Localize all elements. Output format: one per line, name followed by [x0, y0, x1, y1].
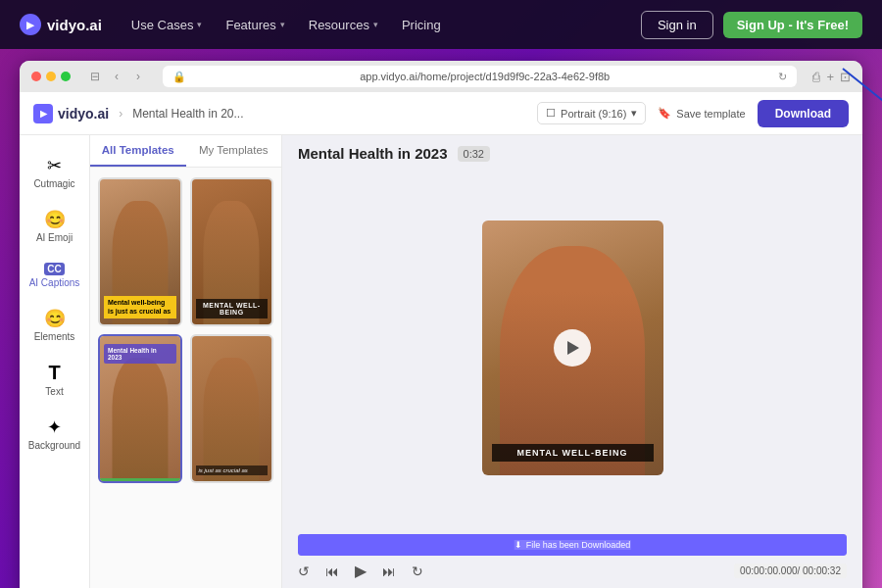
tab-my-templates[interactable]: My Templates: [186, 135, 282, 167]
play-icon: [567, 341, 579, 355]
preview-video-container: MENTAL WELL-BEING: [282, 168, 862, 528]
sidebar-item-ai-emoji[interactable]: 😊 AI Emoji: [25, 201, 84, 251]
download-icon: ⬇: [514, 540, 522, 550]
player-controls-area: ⬇ File has been Downloaded ↺ ⏮ ▶ ⏭ ↻ 00:…: [282, 528, 862, 588]
lock-icon: 🔒: [172, 71, 186, 83]
skip-back-button[interactable]: ⏮: [325, 564, 339, 579]
sidebar-item-text[interactable]: T Text: [25, 354, 84, 405]
preview-area: Mental Health in 2023 0:32 MENTAL WELL-B…: [282, 135, 862, 588]
time-display: 00:00:00.000/ 00:00:32: [734, 564, 847, 578]
ai-captions-icon: CC: [44, 263, 64, 275]
portrait-label: Portrait (9:16): [561, 108, 626, 120]
nav-pricing[interactable]: Pricing: [402, 18, 441, 32]
portrait-checkbox-icon: ☐: [546, 107, 556, 120]
nav-resources[interactable]: Resources ▾: [309, 18, 378, 32]
templates-grid: Mental well-being is just as crucial as …: [90, 168, 281, 493]
sidebar-toggle-button[interactable]: ⊟: [86, 68, 104, 85]
svg-line-0: [843, 135, 862, 147]
nav-items: Use Cases ▾ Features ▾ Resources ▾ Prici…: [131, 18, 612, 32]
top-navigation: ▶ vidyo.ai Use Cases ▾ Features ▾ Resour…: [0, 0, 882, 49]
app-logo-icon: ▶: [33, 104, 53, 123]
sidebar-item-cutmagic[interactable]: ✂ Cutmagic: [25, 147, 84, 197]
nav-logo[interactable]: ▶ vidyo.ai: [20, 14, 102, 35]
sidebar-item-elements[interactable]: 😊 Elements: [25, 300, 84, 350]
logo-text: vidyo.ai: [47, 17, 102, 33]
arrow-annotation: [833, 135, 862, 157]
video-preview: MENTAL WELL-BEING: [482, 220, 663, 475]
features-chevron-icon: ▾: [280, 20, 285, 29]
app-header: ▶ vidyo.ai › Mental Health in 20... ☐ Po…: [20, 92, 862, 135]
breadcrumb-separator: ›: [119, 107, 122, 121]
browser-window: ⊟ ‹ › 🔒 app.vidyo.ai/home/project/d19d9f…: [20, 61, 862, 588]
sidebar-item-ai-captions[interactable]: CC AI Captions: [25, 255, 84, 296]
main-layout: ✂ Cutmagic 😊 AI Emoji CC AI Captions 😊 E…: [20, 135, 862, 588]
close-button[interactable]: [31, 72, 41, 81]
video-caption: MENTAL WELL-BEING: [492, 444, 654, 462]
sign-up-button[interactable]: Sign Up - It's Free!: [723, 12, 862, 38]
browser-titlebar: ⊟ ‹ › 🔒 app.vidyo.ai/home/project/d19d9f…: [20, 61, 862, 92]
use-cases-chevron-icon: ▾: [197, 20, 202, 29]
template-card-3[interactable]: Mental Health in 2023: [98, 334, 182, 483]
forward-button[interactable]: ›: [129, 68, 147, 85]
templates-tabs: All Templates My Templates: [90, 135, 281, 168]
address-bar[interactable]: 🔒 app.vidyo.ai/home/project/d19d9f9c-22a…: [163, 66, 797, 87]
breadcrumb: Mental Health in 20...: [132, 107, 243, 121]
elements-icon: 😊: [44, 308, 66, 329]
refresh-icon: ↻: [778, 71, 787, 83]
download-badge: ⬇ File has been Downloaded: [514, 540, 631, 550]
template-4-caption: is just as crucial as: [196, 466, 269, 475]
skip-forward-button[interactable]: ⏭: [382, 564, 396, 579]
play-pause-button[interactable]: ▶: [355, 562, 367, 580]
preview-title: Mental Health in 2023: [298, 145, 448, 162]
app-logo[interactable]: ▶ vidyo.ai: [33, 104, 109, 123]
app-content: ▶ vidyo.ai › Mental Health in 20... ☐ Po…: [20, 92, 862, 588]
app-logo-text: vidyo.ai: [58, 106, 109, 122]
browser-nav-buttons: ⊟ ‹ ›: [86, 68, 147, 85]
ai-emoji-icon: 😊: [44, 209, 66, 230]
share-icon[interactable]: ⎙: [812, 70, 820, 84]
sign-in-button[interactable]: Sign in: [641, 11, 713, 39]
background-icon: ✦: [47, 416, 62, 438]
player-controls: ↺ ⏮ ▶ ⏭ ↻ 00:00:00.000/ 00:00:32: [298, 562, 847, 580]
timeline-bar[interactable]: ⬇ File has been Downloaded: [298, 534, 847, 556]
nav-use-cases[interactable]: Use Cases ▾: [131, 18, 203, 32]
sidebar-item-background[interactable]: ✦ Background: [25, 409, 84, 459]
play-button[interactable]: [554, 329, 591, 367]
portrait-selector[interactable]: ☐ Portrait (9:16) ▾: [537, 102, 646, 124]
preview-title-bar: Mental Health in 2023 0:32: [282, 135, 862, 168]
templates-panel: All Templates My Templates Mental well-b…: [90, 135, 282, 588]
preview-duration: 0:32: [458, 146, 490, 162]
resources-chevron-icon: ▾: [373, 20, 378, 29]
tab-all-templates[interactable]: All Templates: [90, 135, 186, 167]
logo-icon: ▶: [20, 14, 41, 35]
minimize-button[interactable]: [46, 72, 56, 81]
portrait-chevron-icon: ▾: [631, 107, 637, 120]
template-card-2[interactable]: MENTAL WELL-BEING: [190, 177, 274, 326]
nav-features[interactable]: Features ▾: [225, 18, 284, 32]
template-3-caption: Mental Health in 2023: [104, 344, 176, 364]
template-3-progress: [100, 478, 180, 481]
app-header-actions: ☐ Portrait (9:16) ▾ 🔖 Save template Down…: [537, 100, 849, 127]
nav-actions: Sign in Sign Up - It's Free!: [641, 11, 862, 39]
save-icon: 🔖: [658, 107, 671, 120]
maximize-button[interactable]: [61, 72, 71, 81]
back-button[interactable]: ‹: [108, 68, 125, 85]
template-1-caption: Mental well-being is just as crucial as: [104, 296, 176, 318]
window-controls: [31, 72, 71, 81]
sidebar-icons: ✂ Cutmagic 😊 AI Emoji CC AI Captions 😊 E…: [20, 135, 90, 588]
save-template-button[interactable]: 🔖 Save template: [658, 107, 745, 120]
rotate-button[interactable]: ↻: [412, 564, 423, 579]
template-2-caption: MENTAL WELL-BEING: [196, 299, 269, 318]
text-icon: T: [48, 362, 60, 384]
cutmagic-icon: ✂: [47, 155, 62, 176]
template-card-1[interactable]: Mental well-being is just as crucial as: [98, 177, 182, 326]
replay-button[interactable]: ↺: [298, 564, 310, 579]
template-card-4[interactable]: is just as crucial as: [190, 334, 274, 483]
